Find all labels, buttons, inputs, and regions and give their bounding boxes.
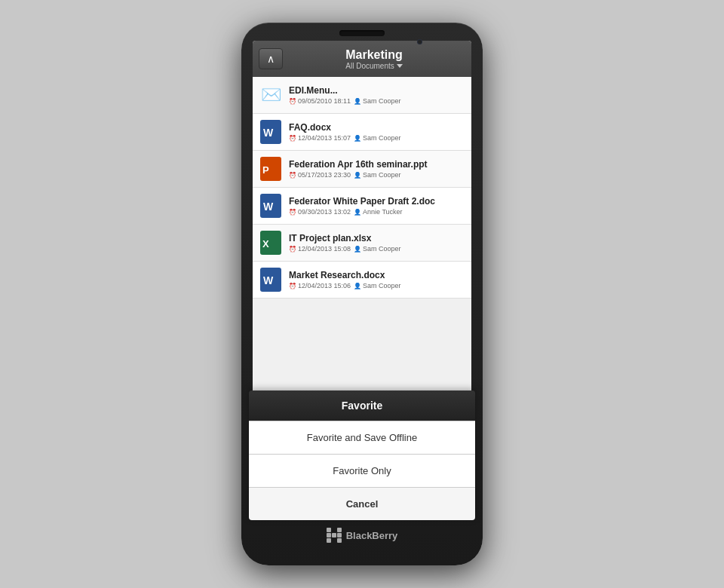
file-name: Federator White Paper Draft 2.doc xyxy=(289,196,465,207)
file-type-icon: W xyxy=(259,192,283,219)
file-meta: 05/17/2013 23:30 Sam Cooper xyxy=(289,171,465,179)
action-sheet: Favorite Favorite and Save Offline Favor… xyxy=(253,390,471,513)
blackberry-logo: BlackBerry xyxy=(327,528,398,543)
person-icon xyxy=(354,98,361,105)
svg-text:W: W xyxy=(263,201,274,213)
svg-text:W: W xyxy=(263,274,274,286)
clock-icon xyxy=(289,209,296,216)
file-info: Market Research.docx 12/04/2013 15:06 Sa… xyxy=(289,270,465,289)
page-title: Marketing xyxy=(283,47,465,62)
person-icon xyxy=(354,135,361,142)
favorite-save-offline-button[interactable]: Favorite and Save Offline xyxy=(253,421,471,454)
favorite-only-button[interactable]: Favorite Only xyxy=(253,454,471,487)
app-header: ∧ Marketing All Documents xyxy=(253,41,471,77)
person-icon xyxy=(354,283,361,289)
svg-text:X: X xyxy=(262,238,269,250)
chevron-down-icon xyxy=(397,64,403,68)
file-meta: 12/04/2013 15:07 Sam Cooper xyxy=(289,134,465,142)
header-center: Marketing All Documents xyxy=(283,47,465,70)
file-meta: 09/30/2013 13:02 Annie Tucker xyxy=(289,208,465,216)
file-type-icon: X xyxy=(259,229,283,256)
cancel-button[interactable]: Cancel xyxy=(253,487,471,513)
clock-icon xyxy=(289,283,296,289)
file-name: Federation Apr 16th seminar.ppt xyxy=(289,159,465,170)
file-info: EDI.Menu... 09/05/2010 18:11 Sam Cooper xyxy=(289,85,465,105)
list-item[interactable]: W Federator White Paper Draft 2.doc 09/3… xyxy=(253,188,471,225)
list-item[interactable]: X IT Project plan.xlsx 12/04/2013 15:08 … xyxy=(253,225,471,262)
subtitle-label: All Documents xyxy=(345,62,394,70)
file-meta: 12/04/2013 15:06 Sam Cooper xyxy=(289,282,465,289)
file-type-icon: P xyxy=(259,155,283,182)
phone-screen: ∧ Marketing All Documents ✉️ EDI.Menu...… xyxy=(253,41,471,513)
file-meta: 09/05/2010 18:11 Sam Cooper xyxy=(289,97,465,105)
action-sheet-header: Favorite xyxy=(253,390,471,421)
camera-dot xyxy=(417,39,422,44)
person-icon xyxy=(354,209,361,216)
bb-grid-icon xyxy=(327,528,342,543)
svg-text:P: P xyxy=(262,164,269,176)
clock-icon xyxy=(289,246,296,253)
file-name: Market Research.docx xyxy=(289,270,465,280)
file-type-icon: ✉️ xyxy=(259,81,283,109)
header-subtitle[interactable]: All Documents xyxy=(283,62,465,70)
person-icon xyxy=(354,246,361,253)
file-name: EDI.Menu... xyxy=(289,85,465,96)
file-name: FAQ.docx xyxy=(289,122,465,133)
phone-device: ∧ Marketing All Documents ✉️ EDI.Menu...… xyxy=(241,23,483,565)
speaker xyxy=(339,30,385,36)
svg-text:W: W xyxy=(263,127,274,139)
file-meta: 12/04/2013 15:08 Sam Cooper xyxy=(289,245,465,253)
blackberry-brand-text: BlackBerry xyxy=(346,530,398,541)
list-item[interactable]: W Market Research.docx 12/04/2013 15:06 … xyxy=(253,262,471,299)
person-icon xyxy=(354,172,361,179)
action-header-label: Favorite xyxy=(342,400,382,412)
file-info: IT Project plan.xlsx 12/04/2013 15:08 Sa… xyxy=(289,233,465,253)
clock-icon xyxy=(289,98,296,105)
file-info: Federator White Paper Draft 2.doc 09/30/… xyxy=(289,196,465,216)
file-type-icon: W xyxy=(259,266,283,293)
list-item[interactable]: P Federation Apr 16th seminar.ppt 05/17/… xyxy=(253,151,471,188)
clock-icon xyxy=(289,172,296,179)
file-type-icon: W xyxy=(259,118,283,145)
file-name: IT Project plan.xlsx xyxy=(289,233,465,243)
back-button[interactable]: ∧ xyxy=(259,48,283,69)
file-info: FAQ.docx 12/04/2013 15:07 Sam Cooper xyxy=(289,122,465,142)
clock-icon xyxy=(289,135,296,142)
list-item[interactable]: ✉️ EDI.Menu... 09/05/2010 18:11 Sam Coop… xyxy=(253,77,471,114)
list-item[interactable]: W FAQ.docx 12/04/2013 15:07 Sam Cooper xyxy=(253,114,471,151)
file-info: Federation Apr 16th seminar.ppt 05/17/20… xyxy=(289,159,465,179)
